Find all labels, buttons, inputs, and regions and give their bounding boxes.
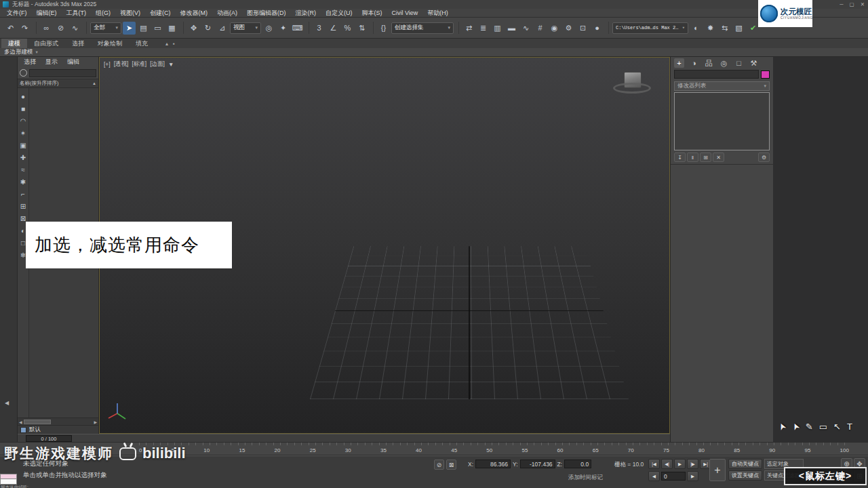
maximize-button[interactable]: ▢ (850, 1, 854, 7)
display-containers-icon[interactable]: □ (21, 240, 25, 247)
undo-icon[interactable]: ↶ (4, 22, 17, 35)
redo-icon[interactable]: ↷ (18, 22, 31, 35)
ribbon-tab-modeling[interactable]: 建模 (1, 39, 27, 48)
utilities-tab-icon[interactable]: ⚒ (749, 58, 759, 68)
menu-scripting[interactable]: 脚本(S) (357, 9, 387, 18)
previous-frame-button[interactable]: ◀| (661, 459, 673, 469)
isolate-selection-icon[interactable]: ⊘ (434, 460, 444, 470)
pin-stack-icon[interactable]: ↧ (674, 152, 686, 162)
object-color-swatch[interactable] (761, 70, 770, 79)
scroll-right-icon[interactable]: ▶ (94, 420, 97, 424)
display-particles-icon[interactable]: ✱ (20, 179, 26, 186)
rendered-frame-icon[interactable]: ⊡ (576, 22, 589, 35)
display-geometry-icon[interactable]: ■ (21, 106, 25, 113)
reference-coordinate-combo[interactable]: 视图 (230, 22, 261, 34)
display-cameras-icon[interactable]: ▣ (20, 142, 26, 149)
edit-named-selections-icon[interactable]: {} (377, 22, 390, 35)
display-materials-icon[interactable]: ◐ (21, 228, 25, 235)
overlay-cursor-icon[interactable]: ➤ (776, 422, 787, 432)
mirror-icon[interactable]: ⇄ (462, 22, 475, 35)
explorer-menu-select[interactable]: 选择 (19, 58, 41, 66)
menu-create[interactable]: 创建(C) (145, 9, 176, 18)
select-and-scale-icon[interactable]: ⊿ (216, 22, 229, 35)
render-iterative-icon[interactable]: ◐ (690, 22, 703, 35)
object-name-field[interactable] (674, 70, 759, 79)
overlay-pen-icon[interactable]: ✎ (806, 422, 813, 431)
ribbon-tab-object-paint[interactable]: 对象绘制 (91, 39, 129, 48)
modify-tab-icon[interactable]: ◑ (689, 58, 699, 68)
ribbon-tab-selection[interactable]: 选择 (65, 39, 91, 48)
menu-animation[interactable]: 动画(A) (212, 9, 242, 18)
menu-rendering[interactable]: 渲染(R) (291, 9, 321, 18)
show-end-result-icon[interactable]: ‖ (687, 152, 698, 162)
explorer-menu-edit[interactable]: 编辑 (62, 58, 84, 66)
scene-converter-icon[interactable]: ⇆ (718, 22, 731, 35)
menu-file[interactable]: 文件(F) (2, 9, 32, 18)
menu-views[interactable]: 视图(V) (115, 9, 145, 18)
modifier-stack[interactable] (674, 92, 770, 150)
display-lights-icon[interactable]: ✶ (20, 130, 26, 137)
go-to-start-button[interactable]: |◀ (648, 459, 660, 469)
display-tab-icon[interactable]: □ (734, 58, 744, 68)
viewport-menu-caret-icon[interactable]: ▼ (168, 61, 174, 68)
ribbon-toggle-icon[interactable]: ▬ (505, 22, 518, 35)
set-key-big-button[interactable]: + (709, 459, 726, 481)
previous-key-button[interactable]: ◀ (648, 471, 660, 481)
select-by-name-icon[interactable]: ▤ (137, 22, 150, 35)
y-coordinate-field[interactable]: -107.436 (520, 460, 555, 468)
next-frame-button[interactable]: |▶ (687, 459, 698, 469)
viewport-general-menu[interactable]: [+] (104, 61, 111, 68)
hierarchy-tab-icon[interactable]: 品 (704, 58, 714, 68)
viewport-pov-menu[interactable]: [透视] (114, 60, 129, 68)
ribbon-layout-icon[interactable]: ▪ (173, 41, 175, 47)
named-selection-sets-combo[interactable]: 创建选择集 (391, 22, 454, 34)
scene-light-icon[interactable]: ✸ (704, 22, 717, 35)
viewport-shading-menu[interactable]: [边面] (150, 60, 165, 68)
explorer-menu-display[interactable]: 显示 (41, 58, 62, 66)
select-and-link-icon[interactable]: ∞ (40, 22, 53, 35)
configure-modifier-sets-icon[interactable]: ⚙ (758, 152, 770, 162)
modifier-list-dropdown[interactable]: 修改器列表 (674, 81, 770, 91)
select-and-manipulate-icon[interactable]: ✦ (277, 22, 290, 35)
view-cube[interactable] (613, 70, 652, 107)
display-all-icon[interactable]: ● (21, 94, 25, 100)
select-and-move-icon[interactable]: ✥ (187, 22, 200, 35)
layer-explorer-icon[interactable]: ▥ (491, 22, 504, 35)
scroll-left-icon[interactable]: ◀ (19, 420, 22, 424)
current-frame-field[interactable]: 0 (661, 472, 686, 481)
explorer-sort-header[interactable]: 名称(按升序排序) ▲ (18, 79, 98, 88)
asset-browser-icon[interactable]: ▧ (732, 22, 745, 35)
unlink-selection-icon[interactable]: ⊘ (54, 22, 67, 35)
selection-lock-icon[interactable]: ⊠ (446, 460, 456, 470)
select-object-icon[interactable]: ➤ (123, 22, 136, 35)
macro-recorder-field[interactable] (0, 474, 17, 479)
viewport-render-style-menu[interactable]: [标准] (132, 60, 146, 68)
use-pivot-center-icon[interactable]: ◎ (262, 22, 275, 35)
menu-group[interactable]: 组(G) (91, 9, 115, 18)
mini-listener-field[interactable] (0, 479, 17, 485)
schematic-view-icon[interactable]: # (534, 22, 547, 35)
bind-to-space-warp-icon[interactable]: ∿ (68, 22, 81, 35)
window-crossing-toggle-icon[interactable]: ▦ (165, 22, 178, 35)
display-bones-icon[interactable]: ⌐ (21, 191, 25, 198)
display-shapes-icon[interactable]: ◠ (20, 118, 26, 125)
explorer-display-filter-icon[interactable] (20, 69, 27, 77)
menu-help[interactable]: 帮助(H) (422, 9, 453, 18)
menu-edit[interactable]: 编辑(E) (32, 9, 62, 18)
spinner-snap-icon[interactable]: ⇅ (355, 22, 368, 35)
close-button[interactable]: ✕ (861, 1, 865, 7)
selection-filter-combo[interactable]: 全部 (90, 22, 121, 34)
display-frozen-icon[interactable]: ❄ (20, 252, 26, 259)
menu-modifiers[interactable]: 修改器(M) (176, 9, 213, 18)
ribbon-tab-populate[interactable]: 填充 (129, 39, 155, 48)
x-coordinate-field[interactable]: 86.366 (475, 460, 511, 468)
overlay-cursor-add-icon[interactable]: ➤ (790, 422, 801, 432)
explorer-horizontal-scrollbar[interactable]: ◀ ▶ (18, 418, 98, 425)
overlay-rect-icon[interactable]: ▭ (819, 422, 827, 431)
menu-civil-view[interactable]: Civil View (387, 9, 423, 16)
snaps-toggle-icon[interactable]: 3 (313, 22, 326, 35)
project-path-combo[interactable]: C:\Users\adm…ds Max 2025 (612, 22, 688, 34)
material-editor-icon[interactable]: ◉ (548, 22, 561, 35)
curve-editor-icon[interactable]: ∿ (519, 22, 532, 35)
ribbon-show-panels-icon[interactable]: ▴ (165, 41, 168, 47)
